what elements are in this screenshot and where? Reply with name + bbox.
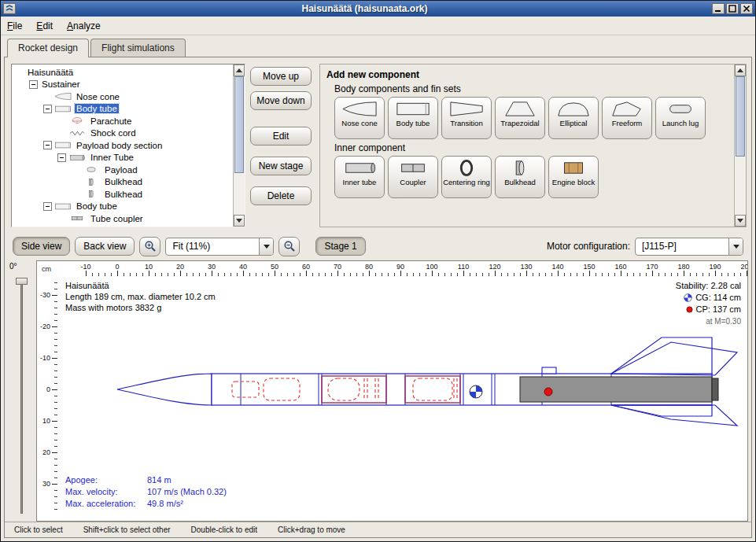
tree-item-inner-tube[interactable]: Inner Tube <box>13 152 233 164</box>
tree-item-bulkhead[interactable]: Bulkhead <box>13 225 233 227</box>
collapse-icon[interactable] <box>29 80 38 89</box>
scrollbar-thumb[interactable] <box>736 76 745 157</box>
add-transition-button[interactable]: Transition <box>441 97 492 139</box>
add-coupler-button[interactable]: Coupler <box>388 156 438 198</box>
add-freeform-button[interactable]: Freeform <box>602 97 652 139</box>
move-up-button[interactable]: Move up <box>250 67 312 86</box>
nose-cone-shape[interactable] <box>117 374 212 405</box>
scroll-up-icon[interactable] <box>234 65 245 76</box>
scrollbar-track[interactable] <box>735 76 746 215</box>
rotation-slider-track[interactable] <box>20 278 23 514</box>
rotation-slider-thumb[interactable] <box>16 278 28 285</box>
collapse-icon[interactable] <box>57 153 66 162</box>
menu-file[interactable]: File <box>7 20 22 31</box>
component-tree: HaisunäätäSustainerNose coneBody tubePar… <box>12 65 233 227</box>
rotation-slider[interactable]: 0° <box>8 260 35 522</box>
tree-item-sustainer[interactable]: Sustainer <box>13 79 233 91</box>
rocket-canvas[interactable]: Haisunäätä Length 189 cm, max. diameter … <box>57 276 747 521</box>
menu-edit[interactable]: Edit <box>36 20 53 31</box>
fin-shape[interactable] <box>611 405 712 416</box>
tree-item-payload[interactable]: Payload <box>13 164 233 176</box>
stability-info: Stability: 2.28 cal CG: 114 cm <box>676 280 741 327</box>
collapse-icon[interactable] <box>43 202 52 211</box>
palette-item-label: Elliptical <box>560 120 588 127</box>
scroll-down-icon[interactable] <box>735 215 746 227</box>
add-body-tube-button[interactable]: Body tube <box>388 97 438 139</box>
titlebar[interactable]: Haisunäätä (haisunaata.ork) <box>1 1 755 17</box>
tree-item-label[interactable]: Body tube <box>75 104 119 113</box>
fin-shape[interactable] <box>611 337 712 374</box>
tree-item-parachute[interactable]: Parachute <box>13 115 233 127</box>
collapse-icon[interactable] <box>43 105 52 113</box>
tree-item-label[interactable]: Nose cone <box>75 92 121 101</box>
fin-shape[interactable] <box>611 405 737 426</box>
add-launch-lug-button[interactable]: Launch lug <box>655 97 706 139</box>
tree-item-nose-cone[interactable]: Nose cone <box>13 90 233 103</box>
hint-click-drag: Click+drag to move <box>278 525 345 534</box>
add-elliptical-button[interactable]: Elliptical <box>548 97 599 139</box>
stage-1-toggle[interactable]: Stage 1 <box>315 237 365 256</box>
move-down-button[interactable]: Move down <box>250 91 312 110</box>
tree-item-label[interactable]: Body tube <box>75 201 119 211</box>
launch-lug-shape[interactable] <box>542 367 556 374</box>
tree-item-tube-coupler[interactable]: Tube coupler <box>13 212 233 225</box>
add-nose-cone-button[interactable]: Nose cone <box>334 97 385 139</box>
edit-button[interactable]: Edit <box>250 127 312 146</box>
zoom-select[interactable]: Fit (11%) <box>165 238 274 256</box>
add-trapezoidal-button[interactable]: Trapezoidal <box>495 97 545 139</box>
add-engine-block-button[interactable]: Engine block <box>548 156 599 198</box>
side-view-button[interactable]: Side view <box>13 237 70 256</box>
new-stage-button[interactable]: New stage <box>250 157 312 175</box>
palette-item-label: Transition <box>450 120 482 127</box>
chevron-down-icon[interactable] <box>728 238 743 255</box>
hint-click-select: Click to select <box>14 525 63 534</box>
tree-scrollbar[interactable] <box>233 65 245 227</box>
tree-item-label[interactable]: Inner Tube <box>89 153 135 162</box>
tree-item-label[interactable]: Tube coupler <box>89 214 145 223</box>
tab-flight-simulations[interactable]: Flight simulations <box>90 39 186 57</box>
cp-symbol <box>544 388 552 396</box>
zoom-in-button[interactable] <box>139 237 160 256</box>
maximize-icon[interactable] <box>726 3 739 14</box>
scrollbar-track[interactable] <box>234 76 245 215</box>
tree-item-label[interactable]: Bulkhead <box>89 226 130 227</box>
tree-item-label[interactable]: Bulkhead <box>103 177 144 186</box>
tree-item-body-tube[interactable]: Body tube <box>13 201 233 213</box>
component-icon <box>54 202 72 211</box>
add-inner-tube-button[interactable]: Inner tube <box>334 156 385 198</box>
tree-item-label[interactable]: Parachute <box>89 116 133 126</box>
zoom-out-button[interactable] <box>278 237 300 256</box>
minimize-icon[interactable] <box>712 3 725 14</box>
chevron-down-icon[interactable] <box>259 238 273 255</box>
tab-rocket-design[interactable]: Rocket design <box>7 39 89 57</box>
tree-item-label[interactable]: Sustainer <box>40 79 82 89</box>
motor-configuration-select[interactable]: [J115-P] <box>635 238 743 256</box>
scroll-down-icon[interactable] <box>234 215 245 227</box>
tree-item-label[interactable]: Shock cord <box>89 128 138 138</box>
tree-item-bulkhead[interactable]: Bulkhead <box>13 176 233 189</box>
tree-item-payload-body-section[interactable]: Payload body section <box>13 139 233 152</box>
menu-analyze[interactable]: Analyze <box>67 20 101 31</box>
palette-scrollbar[interactable] <box>734 65 746 227</box>
cg-value: CG: 114 cm <box>695 292 741 304</box>
scrollbar-thumb[interactable] <box>234 76 244 173</box>
tree-item-label[interactable]: Payload <box>103 165 139 175</box>
close-icon[interactable] <box>740 3 753 14</box>
scroll-up-icon[interactable] <box>735 65 746 76</box>
tree-item-label[interactable]: Haisunäätä <box>26 68 75 77</box>
add-bulkhead-button[interactable]: Bulkhead <box>495 156 545 198</box>
palette-item-label: Centering ring <box>443 179 490 186</box>
window-menu-icon[interactable] <box>3 3 16 14</box>
collapse-icon[interactable] <box>43 141 52 149</box>
tree-item-shock-cord[interactable]: Shock cord <box>13 127 233 140</box>
tree-item-label[interactable]: Bulkhead <box>103 190 144 199</box>
hint-double-click: Double-click to edit <box>191 525 257 534</box>
tree-item-body-tube[interactable]: Body tube <box>13 103 233 116</box>
delete-button[interactable]: Delete <box>250 186 312 205</box>
cp-icon <box>686 306 693 313</box>
tree-item-label[interactable]: Payload body section <box>75 141 164 150</box>
back-view-button[interactable]: Back view <box>75 237 135 256</box>
tree-item-haisun-t-[interactable]: Haisunäätä <box>13 66 233 79</box>
tree-item-bulkhead[interactable]: Bulkhead <box>13 188 233 201</box>
add-centering-ring-button[interactable]: Centering ring <box>441 156 492 198</box>
